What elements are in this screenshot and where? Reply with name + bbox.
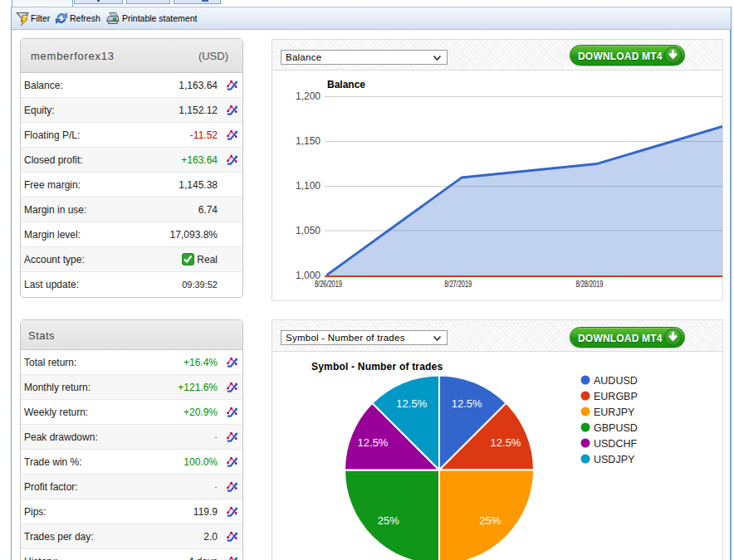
svg-text:8/27/2019: 8/27/2019 [444, 280, 472, 289]
svg-text:8/28/2019: 8/28/2019 [576, 280, 604, 289]
svg-text:12.5%: 12.5% [396, 397, 427, 410]
svg-text:1,050: 1,050 [296, 225, 321, 236]
svg-text:EURJPY: EURJPY [594, 407, 635, 418]
svg-text:25%: 25% [378, 514, 399, 527]
svg-text:EURGBP: EURGBP [594, 391, 638, 402]
svg-text:AUDUSD: AUDUSD [594, 375, 638, 387]
svg-text:USDJPY: USDJPY [594, 454, 635, 465]
svg-text:25%: 25% [479, 514, 501, 527]
svg-text:USDCHF: USDCHF [594, 438, 637, 450]
svg-text:GBPUSD: GBPUSD [594, 422, 638, 434]
svg-text:Balance: Balance [327, 79, 365, 90]
svg-text:Symbol - Number of trades: Symbol - Number of trades [311, 361, 443, 373]
svg-text:12.5%: 12.5% [491, 436, 521, 449]
svg-text:12.5%: 12.5% [358, 436, 389, 449]
svg-text:12.5%: 12.5% [452, 397, 482, 410]
svg-text:1,100: 1,100 [296, 180, 321, 192]
svg-text:1,150: 1,150 [296, 135, 321, 147]
svg-text:1,200: 1,200 [296, 90, 321, 102]
svg-text:8/26/2019: 8/26/2019 [315, 280, 342, 289]
